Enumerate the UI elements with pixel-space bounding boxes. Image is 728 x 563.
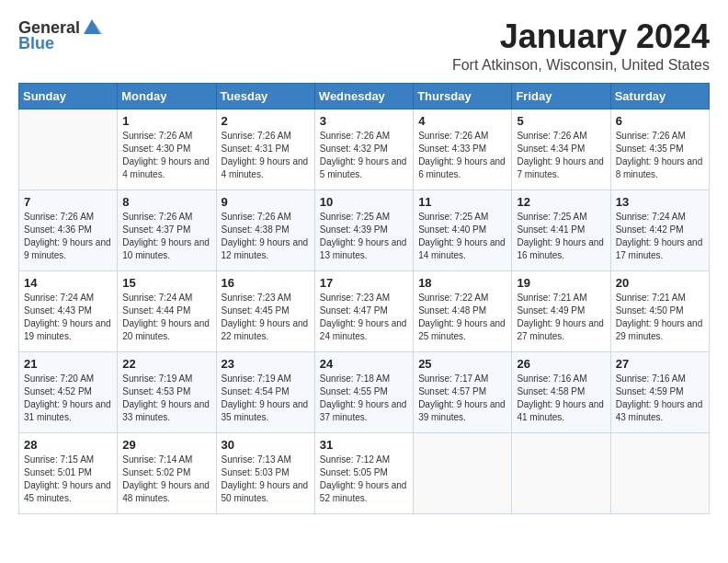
cell-content: Sunrise: 7:25 AM Sunset: 4:39 PM Dayligh… (320, 211, 408, 262)
daylight-text: Daylight: 9 hours and 35 minutes. (222, 399, 309, 422)
day-number: 7 (24, 195, 112, 209)
cell-content: Sunrise: 7:20 AM Sunset: 4:52 PM Dayligh… (24, 373, 112, 424)
week-row-5: 28 Sunrise: 7:15 AM Sunset: 5:01 PM Dayl… (19, 432, 710, 513)
day-number: 10 (320, 195, 408, 209)
day-number: 3 (320, 114, 408, 128)
daylight-text: Daylight: 9 hours and 4 minutes. (122, 156, 210, 179)
daylight-text: Daylight: 9 hours and 48 minutes. (122, 480, 210, 503)
day-number: 9 (222, 195, 310, 209)
calendar-cell: 8 Sunrise: 7:26 AM Sunset: 4:37 PM Dayli… (118, 190, 216, 270)
calendar-cell: 7 Sunrise: 7:26 AM Sunset: 4:36 PM Dayli… (19, 190, 118, 270)
sunset-text: Sunset: 4:48 PM (418, 305, 486, 316)
cell-content: Sunrise: 7:25 AM Sunset: 4:40 PM Dayligh… (418, 211, 506, 262)
header-wednesday: Wednesday (314, 83, 413, 109)
daylight-text: Daylight: 9 hours and 24 minutes. (320, 318, 407, 341)
sunset-text: Sunset: 4:49 PM (517, 305, 585, 316)
day-number: 11 (418, 195, 506, 209)
calendar-cell: 29 Sunrise: 7:14 AM Sunset: 5:02 PM Dayl… (118, 432, 216, 513)
cell-content: Sunrise: 7:21 AM Sunset: 4:49 PM Dayligh… (517, 292, 605, 343)
week-row-3: 14 Sunrise: 7:24 AM Sunset: 4:43 PM Dayl… (19, 270, 710, 351)
sunrise-text: Sunrise: 7:25 AM (320, 212, 390, 222)
sunset-text: Sunset: 4:58 PM (517, 386, 585, 396)
header-thursday: Thursday (414, 83, 512, 109)
sunset-text: Sunset: 4:31 PM (222, 144, 290, 154)
calendar-header-row: SundayMondayTuesdayWednesdayThursdayFrid… (19, 83, 710, 109)
cell-content: Sunrise: 7:26 AM Sunset: 4:33 PM Dayligh… (418, 130, 506, 181)
month-title: January 2024 (452, 18, 710, 55)
daylight-text: Daylight: 9 hours and 37 minutes. (320, 399, 407, 422)
day-number: 18 (418, 276, 506, 290)
daylight-text: Daylight: 9 hours and 41 minutes. (517, 399, 604, 422)
cell-content: Sunrise: 7:25 AM Sunset: 4:41 PM Dayligh… (517, 211, 605, 262)
sunrise-text: Sunrise: 7:13 AM (222, 454, 291, 465)
calendar-cell: 6 Sunrise: 7:26 AM Sunset: 4:35 PM Dayli… (610, 109, 709, 190)
cell-content: Sunrise: 7:21 AM Sunset: 4:50 PM Dayligh… (616, 292, 704, 343)
sunrise-text: Sunrise: 7:21 AM (616, 293, 686, 303)
sunrise-text: Sunrise: 7:26 AM (222, 131, 291, 141)
calendar-cell (414, 432, 512, 513)
sunrise-text: Sunrise: 7:26 AM (222, 212, 291, 222)
daylight-text: Daylight: 9 hours and 29 minutes. (616, 318, 703, 341)
header-friday: Friday (512, 83, 610, 109)
header-tuesday: Tuesday (216, 83, 314, 109)
sunrise-text: Sunrise: 7:25 AM (517, 212, 586, 222)
calendar-cell: 5 Sunrise: 7:26 AM Sunset: 4:34 PM Dayli… (512, 109, 610, 190)
sunset-text: Sunset: 4:30 PM (122, 144, 190, 154)
calendar-cell: 1 Sunrise: 7:26 AM Sunset: 4:30 PM Dayli… (118, 109, 216, 190)
daylight-text: Daylight: 9 hours and 50 minutes. (222, 480, 309, 503)
daylight-text: Daylight: 9 hours and 5 minutes. (320, 156, 407, 179)
sunrise-text: Sunrise: 7:23 AM (222, 293, 291, 303)
cell-content: Sunrise: 7:23 AM Sunset: 4:47 PM Dayligh… (320, 292, 408, 343)
sunset-text: Sunset: 4:50 PM (616, 305, 684, 316)
daylight-text: Daylight: 9 hours and 39 minutes. (418, 399, 506, 422)
week-row-4: 21 Sunrise: 7:20 AM Sunset: 4:52 PM Dayl… (19, 351, 710, 432)
sunrise-text: Sunrise: 7:22 AM (418, 293, 488, 303)
sunrise-text: Sunrise: 7:26 AM (24, 212, 94, 222)
calendar-cell: 31 Sunrise: 7:12 AM Sunset: 5:05 PM Dayl… (314, 432, 413, 513)
calendar-cell: 15 Sunrise: 7:24 AM Sunset: 4:44 PM Dayl… (118, 270, 216, 351)
location-title: Fort Atkinson, Wisconsin, United States (452, 57, 710, 74)
calendar-cell: 22 Sunrise: 7:19 AM Sunset: 4:53 PM Dayl… (118, 351, 216, 432)
day-number: 12 (517, 195, 605, 209)
daylight-text: Daylight: 9 hours and 7 minutes. (517, 156, 604, 179)
day-number: 6 (616, 114, 704, 128)
daylight-text: Daylight: 9 hours and 43 minutes. (616, 399, 703, 422)
cell-content: Sunrise: 7:16 AM Sunset: 4:59 PM Dayligh… (616, 373, 704, 424)
logo-blue: Blue (18, 34, 54, 53)
daylight-text: Daylight: 9 hours and 31 minutes. (24, 399, 111, 422)
daylight-text: Daylight: 9 hours and 6 minutes. (418, 156, 506, 179)
day-number: 1 (122, 114, 210, 128)
sunset-text: Sunset: 4:40 PM (418, 224, 486, 235)
calendar-cell: 18 Sunrise: 7:22 AM Sunset: 4:48 PM Dayl… (414, 270, 512, 351)
cell-content: Sunrise: 7:24 AM Sunset: 4:44 PM Dayligh… (122, 292, 210, 343)
sunrise-text: Sunrise: 7:23 AM (320, 293, 390, 303)
calendar-cell: 19 Sunrise: 7:21 AM Sunset: 4:49 PM Dayl… (512, 270, 610, 351)
calendar-cell (610, 432, 709, 513)
daylight-text: Daylight: 9 hours and 14 minutes. (418, 237, 506, 260)
daylight-text: Daylight: 9 hours and 33 minutes. (122, 399, 210, 422)
sunrise-text: Sunrise: 7:26 AM (122, 131, 192, 141)
cell-content: Sunrise: 7:19 AM Sunset: 4:53 PM Dayligh… (122, 373, 210, 424)
sunset-text: Sunset: 4:32 PM (320, 144, 388, 154)
calendar-cell: 27 Sunrise: 7:16 AM Sunset: 4:59 PM Dayl… (610, 351, 709, 432)
sunset-text: Sunset: 5:03 PM (222, 467, 290, 477)
daylight-text: Daylight: 9 hours and 19 minutes. (24, 318, 111, 341)
sunset-text: Sunset: 4:41 PM (517, 224, 585, 235)
day-number: 17 (320, 276, 408, 290)
calendar-cell: 3 Sunrise: 7:26 AM Sunset: 4:32 PM Dayli… (314, 109, 413, 190)
sunrise-text: Sunrise: 7:14 AM (122, 454, 192, 465)
sunset-text: Sunset: 5:02 PM (122, 467, 190, 477)
cell-content: Sunrise: 7:22 AM Sunset: 4:48 PM Dayligh… (418, 292, 506, 343)
sunrise-text: Sunrise: 7:24 AM (122, 293, 192, 303)
calendar-cell: 26 Sunrise: 7:16 AM Sunset: 4:58 PM Dayl… (512, 351, 610, 432)
sunrise-text: Sunrise: 7:21 AM (517, 293, 586, 303)
cell-content: Sunrise: 7:26 AM Sunset: 4:36 PM Dayligh… (24, 211, 112, 262)
day-number: 13 (616, 195, 704, 209)
logo-icon (82, 17, 102, 38)
day-number: 5 (517, 114, 605, 128)
day-number: 19 (517, 276, 605, 290)
title-section: January 2024 Fort Atkinson, Wisconsin, U… (452, 18, 710, 74)
calendar-cell (512, 432, 610, 513)
daylight-text: Daylight: 9 hours and 9 minutes. (24, 237, 111, 260)
daylight-text: Daylight: 9 hours and 8 minutes. (616, 156, 703, 179)
